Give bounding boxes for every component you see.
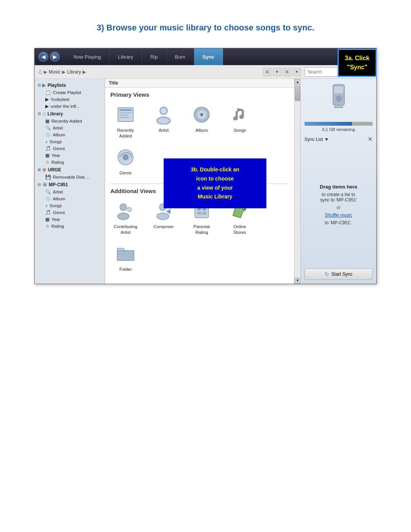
svg-rect-32 bbox=[334, 107, 343, 108]
removable-disk-icon: 💾 bbox=[45, 174, 51, 180]
scrollbar-down[interactable]: ▼ bbox=[295, 278, 301, 284]
tab-burn[interactable]: Burn bbox=[167, 48, 194, 65]
sync-shuffle-link[interactable]: Shuffle music bbox=[325, 212, 352, 218]
sidebar-recently-added[interactable]: ▦ Recently Added bbox=[35, 118, 105, 125]
folder-img bbox=[115, 243, 136, 264]
tab-now-playing[interactable]: Now Playing bbox=[65, 48, 110, 65]
icon-album[interactable]: Album bbox=[186, 104, 217, 139]
svg-point-24 bbox=[198, 212, 199, 214]
sidebar-create-playlist[interactable]: 📋 Create Playlist bbox=[35, 89, 105, 96]
view-icons: ⊞ ▼ ⊞ ▼ bbox=[263, 68, 301, 76]
music-icon: ♫ bbox=[38, 69, 42, 75]
fwd-button[interactable]: ▶ bbox=[50, 52, 60, 62]
sidebar-toggle-mp[interactable]: ⊟ 🖥 MP-C951 bbox=[35, 181, 105, 189]
wmp-navbar: ◀ ▶ Now Playing Library Rip Burn Sync » bbox=[35, 48, 376, 65]
songs-icon: ♪ bbox=[45, 139, 48, 144]
mp-year-icon: ▦ bbox=[45, 217, 49, 222]
cobytest-icon: ▶ bbox=[45, 97, 49, 102]
sidebar-songs[interactable]: ♪ Songs bbox=[35, 138, 105, 145]
svg-rect-3 bbox=[119, 115, 129, 116]
sync-start-button[interactable]: ↻ Start Sync bbox=[304, 268, 373, 280]
sync-start-icon: ↻ bbox=[325, 271, 329, 277]
primary-views-grid: RecentlyAdded bbox=[110, 104, 289, 139]
sidebar-year[interactable]: ▦ Year bbox=[35, 152, 105, 159]
sidebar-mp-genre[interactable]: 🎵 Genre bbox=[35, 209, 105, 216]
sidebar-rating[interactable]: ☆ Rating bbox=[35, 159, 105, 166]
album-icon: 💿 bbox=[45, 132, 51, 137]
view-icon-1[interactable]: ⊞ bbox=[263, 68, 271, 76]
sidebar-mp-album[interactable]: 💿 Album bbox=[35, 195, 105, 202]
sync-panel: 6.1 GB remaining Sync List ▼ ✕ Drag item… bbox=[300, 79, 376, 284]
svg-point-25 bbox=[204, 212, 206, 214]
breadcrumb-library[interactable]: Library bbox=[67, 69, 81, 75]
scrollbar-up[interactable]: ▲ bbox=[295, 79, 301, 85]
callout-3a-text: 3a. Click"Sync" bbox=[345, 55, 370, 70]
sync-list-dropdown[interactable]: Sync List ▼ bbox=[304, 137, 329, 142]
sidebar-cobytest[interactable]: ▶ !!cobytest bbox=[35, 96, 105, 103]
view-icon-2[interactable]: ⊞ bbox=[283, 68, 291, 76]
svg-point-31 bbox=[338, 98, 339, 99]
icon-folder[interactable]: Folder bbox=[110, 243, 141, 272]
online-stores-label: OnlineStores bbox=[233, 224, 246, 235]
icon-artist[interactable]: Artist bbox=[148, 104, 179, 139]
library-scrollbar[interactable]: ▲ ▼ bbox=[294, 79, 300, 284]
sidebar-under-infl[interactable]: ▶ under the infl... bbox=[35, 103, 105, 110]
sidebar-toggle-playlists[interactable]: ⊟ ▶ Playlists bbox=[35, 81, 105, 89]
view-icon-3-dropdown[interactable]: ▼ bbox=[293, 68, 301, 76]
sidebar-mp-songs[interactable]: ♪ Songs bbox=[35, 202, 105, 209]
back-button[interactable]: ◀ bbox=[38, 52, 48, 62]
sidebar-mp-year[interactable]: ▦ Year bbox=[35, 216, 105, 223]
sync-list-header: Sync List ▼ ✕ bbox=[304, 136, 373, 143]
sync-storage-fill bbox=[304, 122, 352, 126]
tab-sync[interactable]: Sync bbox=[194, 48, 223, 65]
parental-rating-label: ParentalRating bbox=[194, 224, 210, 235]
artist-icon: 🔍 bbox=[45, 125, 51, 131]
composer-label: Composer bbox=[153, 224, 174, 230]
wmp-wrapper: ◀ ▶ Now Playing Library Rip Burn Sync » bbox=[34, 48, 377, 284]
sidebar-mp-artist[interactable]: 🔍 Artist bbox=[35, 189, 105, 195]
icon-genre[interactable]: Genre bbox=[110, 147, 141, 176]
recently-added-img bbox=[115, 104, 136, 125]
sync-storage-text: 6.1 GB remaining bbox=[304, 127, 373, 132]
nav-back-fwd: ◀ ▶ bbox=[38, 52, 60, 62]
view-icon-dropdown[interactable]: ▼ bbox=[273, 68, 281, 76]
artist-label: Artist bbox=[159, 128, 169, 133]
folder-label: Folder bbox=[119, 267, 132, 272]
year-icon: ▦ bbox=[45, 153, 49, 158]
album-label: Album bbox=[196, 128, 208, 133]
breadcrumb-music[interactable]: Music bbox=[49, 69, 61, 75]
svg-point-14 bbox=[123, 154, 129, 160]
sidebar-album[interactable]: 💿 Album bbox=[35, 131, 105, 138]
recently-added-label: RecentlyAdded bbox=[117, 128, 134, 139]
artist-img bbox=[153, 104, 174, 125]
icon-songs[interactable]: Songs bbox=[225, 104, 255, 139]
col-header-title: Title bbox=[105, 79, 294, 88]
scrollbar-thumb[interactable] bbox=[295, 86, 300, 101]
genre-img bbox=[115, 147, 136, 168]
sidebar-artist[interactable]: 🔍 Artist bbox=[35, 125, 105, 131]
svg-point-16 bbox=[118, 213, 129, 220]
primary-views-heading: Primary Views bbox=[110, 91, 289, 98]
tab-library[interactable]: Library bbox=[110, 48, 142, 65]
tab-rip[interactable]: Rip bbox=[142, 48, 167, 65]
sidebar-genre[interactable]: 🎵 Genre bbox=[35, 145, 105, 152]
sidebar-removable-disk[interactable]: 💾 Removable Disk ... bbox=[35, 174, 105, 181]
sidebar-urge[interactable]: ⊞ ⊕ URGE bbox=[35, 166, 105, 174]
sync-drop-sub: to create a list tosync to 'MP-C951' bbox=[320, 192, 357, 203]
mp-genre-icon: 🎵 bbox=[45, 210, 51, 215]
sync-drop-bold: Drag items here bbox=[320, 184, 357, 190]
svg-rect-28 bbox=[334, 86, 343, 93]
sync-close-button[interactable]: ✕ bbox=[368, 136, 373, 143]
svg-point-8 bbox=[158, 118, 169, 123]
sidebar-toggle-library[interactable]: ⊟ ♫ Library bbox=[35, 110, 105, 118]
contributing-artist-label: ContributingArtist bbox=[114, 224, 137, 235]
icon-contributing-artist[interactable]: ContributingArtist bbox=[110, 200, 141, 235]
callout-3b-container: 3b. Double-click anicon to choosea view … bbox=[164, 158, 266, 208]
icon-recently-added[interactable]: RecentlyAdded bbox=[110, 104, 141, 139]
genre-icon: 🎵 bbox=[45, 146, 51, 151]
sidebar-mp-rating[interactable]: ☆ Rating bbox=[35, 223, 105, 230]
sync-or-text: or bbox=[336, 205, 341, 210]
breadcrumb-bar: ♫ ▶ Music ▶ Library ▶ ⊞ ▼ ⊞ ▼ 🔍 ▼ bbox=[35, 65, 376, 79]
svg-point-15 bbox=[120, 204, 127, 211]
svg-point-17 bbox=[127, 207, 132, 212]
